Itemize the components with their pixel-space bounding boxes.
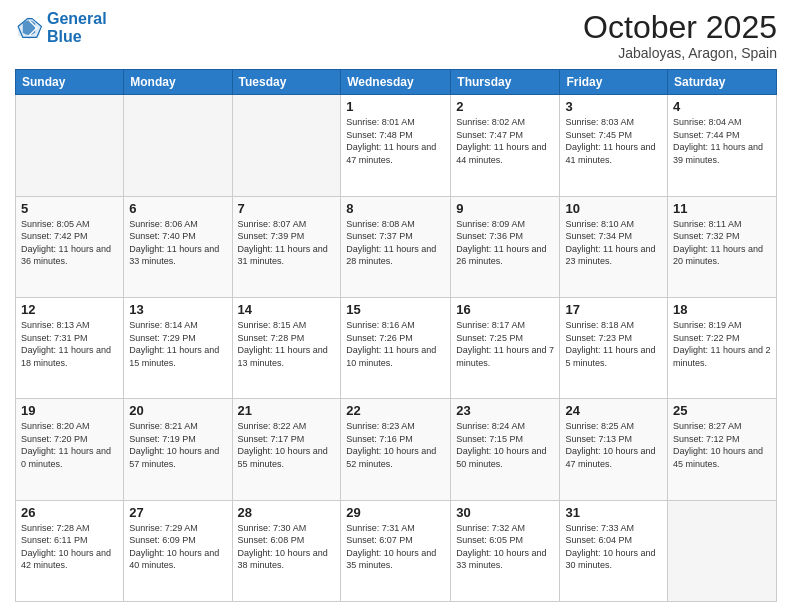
day-info: Sunrise: 8:16 AM Sunset: 7:26 PM Dayligh… [346, 319, 445, 369]
day-cell [232, 95, 341, 196]
day-number: 28 [238, 505, 336, 520]
day-cell: 14Sunrise: 8:15 AM Sunset: 7:28 PM Dayli… [232, 297, 341, 398]
day-number: 24 [565, 403, 662, 418]
day-info: Sunrise: 8:17 AM Sunset: 7:25 PM Dayligh… [456, 319, 554, 369]
day-cell: 18Sunrise: 8:19 AM Sunset: 7:22 PM Dayli… [668, 297, 777, 398]
day-number: 15 [346, 302, 445, 317]
day-number: 14 [238, 302, 336, 317]
day-info: Sunrise: 8:03 AM Sunset: 7:45 PM Dayligh… [565, 116, 662, 166]
day-cell: 5Sunrise: 8:05 AM Sunset: 7:42 PM Daylig… [16, 196, 124, 297]
logo-line2: Blue [47, 28, 82, 45]
day-cell: 7Sunrise: 8:07 AM Sunset: 7:39 PM Daylig… [232, 196, 341, 297]
day-cell: 8Sunrise: 8:08 AM Sunset: 7:37 PM Daylig… [341, 196, 451, 297]
day-info: Sunrise: 8:20 AM Sunset: 7:20 PM Dayligh… [21, 420, 118, 470]
day-info: Sunrise: 8:13 AM Sunset: 7:31 PM Dayligh… [21, 319, 118, 369]
day-cell: 26Sunrise: 7:28 AM Sunset: 6:11 PM Dayli… [16, 500, 124, 601]
day-number: 8 [346, 201, 445, 216]
day-cell: 1Sunrise: 8:01 AM Sunset: 7:48 PM Daylig… [341, 95, 451, 196]
day-cell: 9Sunrise: 8:09 AM Sunset: 7:36 PM Daylig… [451, 196, 560, 297]
day-number: 5 [21, 201, 118, 216]
day-cell [16, 95, 124, 196]
day-number: 10 [565, 201, 662, 216]
day-cell: 29Sunrise: 7:31 AM Sunset: 6:07 PM Dayli… [341, 500, 451, 601]
day-number: 2 [456, 99, 554, 114]
weekday-header-wednesday: Wednesday [341, 70, 451, 95]
day-info: Sunrise: 8:14 AM Sunset: 7:29 PM Dayligh… [129, 319, 226, 369]
day-cell: 21Sunrise: 8:22 AM Sunset: 7:17 PM Dayli… [232, 399, 341, 500]
day-cell: 3Sunrise: 8:03 AM Sunset: 7:45 PM Daylig… [560, 95, 668, 196]
logo-line1: General [47, 10, 107, 27]
day-number: 13 [129, 302, 226, 317]
day-info: Sunrise: 7:31 AM Sunset: 6:07 PM Dayligh… [346, 522, 445, 572]
day-number: 25 [673, 403, 771, 418]
day-number: 11 [673, 201, 771, 216]
day-info: Sunrise: 8:15 AM Sunset: 7:28 PM Dayligh… [238, 319, 336, 369]
day-cell: 22Sunrise: 8:23 AM Sunset: 7:16 PM Dayli… [341, 399, 451, 500]
day-cell: 20Sunrise: 8:21 AM Sunset: 7:19 PM Dayli… [124, 399, 232, 500]
day-cell: 17Sunrise: 8:18 AM Sunset: 7:23 PM Dayli… [560, 297, 668, 398]
day-number: 30 [456, 505, 554, 520]
day-number: 1 [346, 99, 445, 114]
day-number: 20 [129, 403, 226, 418]
day-cell: 16Sunrise: 8:17 AM Sunset: 7:25 PM Dayli… [451, 297, 560, 398]
weekday-header-friday: Friday [560, 70, 668, 95]
day-info: Sunrise: 7:28 AM Sunset: 6:11 PM Dayligh… [21, 522, 118, 572]
day-info: Sunrise: 8:06 AM Sunset: 7:40 PM Dayligh… [129, 218, 226, 268]
day-info: Sunrise: 7:30 AM Sunset: 6:08 PM Dayligh… [238, 522, 336, 572]
day-number: 4 [673, 99, 771, 114]
week-row-3: 12Sunrise: 8:13 AM Sunset: 7:31 PM Dayli… [16, 297, 777, 398]
weekday-header-thursday: Thursday [451, 70, 560, 95]
day-info: Sunrise: 8:09 AM Sunset: 7:36 PM Dayligh… [456, 218, 554, 268]
day-number: 9 [456, 201, 554, 216]
day-number: 31 [565, 505, 662, 520]
day-cell [124, 95, 232, 196]
day-info: Sunrise: 8:27 AM Sunset: 7:12 PM Dayligh… [673, 420, 771, 470]
day-info: Sunrise: 8:08 AM Sunset: 7:37 PM Dayligh… [346, 218, 445, 268]
day-info: Sunrise: 8:11 AM Sunset: 7:32 PM Dayligh… [673, 218, 771, 268]
title-block: October 2025 Jabaloyas, Aragon, Spain [583, 10, 777, 61]
day-number: 27 [129, 505, 226, 520]
day-info: Sunrise: 7:33 AM Sunset: 6:04 PM Dayligh… [565, 522, 662, 572]
day-number: 21 [238, 403, 336, 418]
day-number: 26 [21, 505, 118, 520]
day-cell: 11Sunrise: 8:11 AM Sunset: 7:32 PM Dayli… [668, 196, 777, 297]
day-info: Sunrise: 8:02 AM Sunset: 7:47 PM Dayligh… [456, 116, 554, 166]
day-number: 17 [565, 302, 662, 317]
day-cell: 25Sunrise: 8:27 AM Sunset: 7:12 PM Dayli… [668, 399, 777, 500]
day-info: Sunrise: 8:23 AM Sunset: 7:16 PM Dayligh… [346, 420, 445, 470]
day-number: 18 [673, 302, 771, 317]
weekday-header-saturday: Saturday [668, 70, 777, 95]
month-title: October 2025 [583, 10, 777, 45]
day-info: Sunrise: 8:22 AM Sunset: 7:17 PM Dayligh… [238, 420, 336, 470]
day-number: 6 [129, 201, 226, 216]
day-info: Sunrise: 7:29 AM Sunset: 6:09 PM Dayligh… [129, 522, 226, 572]
day-info: Sunrise: 8:25 AM Sunset: 7:13 PM Dayligh… [565, 420, 662, 470]
day-cell: 6Sunrise: 8:06 AM Sunset: 7:40 PM Daylig… [124, 196, 232, 297]
day-cell [668, 500, 777, 601]
calendar-page: General Blue October 2025 Jabaloyas, Ara… [0, 0, 792, 612]
logo-icon [15, 14, 43, 42]
day-cell: 12Sunrise: 8:13 AM Sunset: 7:31 PM Dayli… [16, 297, 124, 398]
weekday-header-sunday: Sunday [16, 70, 124, 95]
day-cell: 19Sunrise: 8:20 AM Sunset: 7:20 PM Dayli… [16, 399, 124, 500]
day-cell: 24Sunrise: 8:25 AM Sunset: 7:13 PM Dayli… [560, 399, 668, 500]
day-info: Sunrise: 8:07 AM Sunset: 7:39 PM Dayligh… [238, 218, 336, 268]
logo: General Blue [15, 10, 107, 45]
day-info: Sunrise: 8:10 AM Sunset: 7:34 PM Dayligh… [565, 218, 662, 268]
day-cell: 10Sunrise: 8:10 AM Sunset: 7:34 PM Dayli… [560, 196, 668, 297]
day-info: Sunrise: 8:24 AM Sunset: 7:15 PM Dayligh… [456, 420, 554, 470]
day-cell: 31Sunrise: 7:33 AM Sunset: 6:04 PM Dayli… [560, 500, 668, 601]
day-cell: 27Sunrise: 7:29 AM Sunset: 6:09 PM Dayli… [124, 500, 232, 601]
day-info: Sunrise: 8:21 AM Sunset: 7:19 PM Dayligh… [129, 420, 226, 470]
day-info: Sunrise: 8:01 AM Sunset: 7:48 PM Dayligh… [346, 116, 445, 166]
day-cell: 30Sunrise: 7:32 AM Sunset: 6:05 PM Dayli… [451, 500, 560, 601]
day-number: 16 [456, 302, 554, 317]
day-cell: 15Sunrise: 8:16 AM Sunset: 7:26 PM Dayli… [341, 297, 451, 398]
day-info: Sunrise: 8:19 AM Sunset: 7:22 PM Dayligh… [673, 319, 771, 369]
header: General Blue October 2025 Jabaloyas, Ara… [15, 10, 777, 61]
day-cell: 23Sunrise: 8:24 AM Sunset: 7:15 PM Dayli… [451, 399, 560, 500]
day-number: 23 [456, 403, 554, 418]
day-number: 19 [21, 403, 118, 418]
day-number: 7 [238, 201, 336, 216]
calendar-table: SundayMondayTuesdayWednesdayThursdayFrid… [15, 69, 777, 602]
